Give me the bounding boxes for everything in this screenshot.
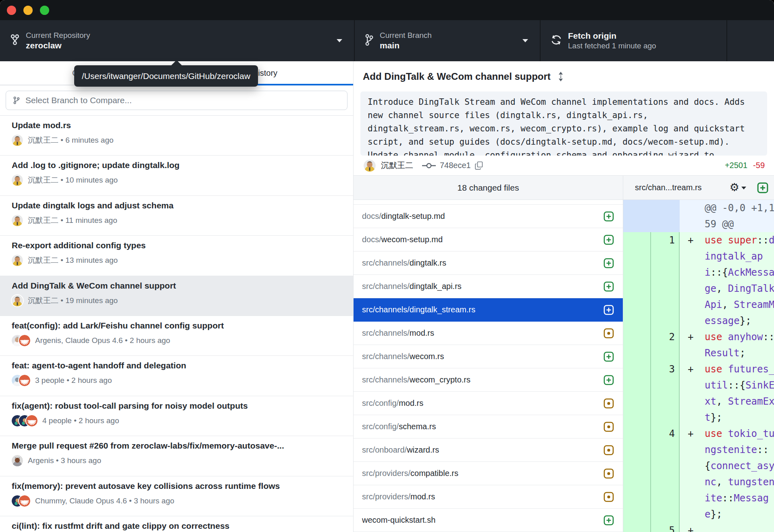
changed-file-row[interactable]: src/channels/dingtalk_api.rs xyxy=(354,275,623,298)
commit-item-byline: 沉默王二 • 10 minutes ago xyxy=(28,175,118,185)
scrolled-row-sliver xyxy=(354,200,623,205)
changed-file-row[interactable]: src/config/mod.rs xyxy=(354,392,623,415)
commit-list-item[interactable]: Re-export additional config types沉默王二 • … xyxy=(0,236,353,276)
commit-item-title: Update dingtalk logs and adjust schema xyxy=(12,200,347,210)
description-line: Update channel module, configuration sch… xyxy=(368,149,760,156)
avatar-wanger xyxy=(12,255,23,266)
avatar-claude xyxy=(19,335,30,346)
avatar-wanger xyxy=(12,215,23,226)
repository-path-tooltip: /Users/itwanger/Documents/GitHub/zerocla… xyxy=(74,65,258,87)
file-path: src/channels/dingtalk_stream.rs xyxy=(362,305,599,314)
file-path: src/config/mod.rs xyxy=(362,399,599,408)
file-status-added-icon xyxy=(603,211,614,222)
commit-item-avatars xyxy=(12,495,30,507)
commit-list-item[interactable]: Update mod.rs沉默王二 • 6 minutes ago xyxy=(0,116,353,156)
description-line: script, and setup guides (docs/dingtalk-… xyxy=(368,135,760,149)
description-line: dingtalk_stream.rs, wecom.rs, wecom_cryp… xyxy=(368,122,760,135)
close-button[interactable] xyxy=(7,6,16,15)
current-branch-button[interactable]: Current Branch main xyxy=(355,20,540,61)
changed-file-row[interactable]: src/channels/dingtalk_stream.rs xyxy=(354,298,623,322)
diff-hunk-row: 59 @@ xyxy=(623,216,774,232)
diff-added-row: Result; xyxy=(623,345,774,361)
commit-item-title: Update mod.rs xyxy=(12,120,347,130)
commit-list-item[interactable]: Add DingTalk & WeCom channel support沉默王二… xyxy=(0,276,353,316)
changed-file-row[interactable]: src/providers/compatible.rs xyxy=(354,462,623,485)
tooltip-text: /Users/itwanger/Documents/GitHub/zerocla… xyxy=(82,71,250,81)
diff-line-number: 1 xyxy=(651,232,680,248)
expand-diff-icon[interactable] xyxy=(757,182,768,193)
diff-added-row: 3+use futures_ xyxy=(623,361,774,377)
diff-line-number xyxy=(651,393,680,409)
commit-item-title: Add .log to .gitignore; update dingtalk.… xyxy=(12,160,347,170)
avatar-claude xyxy=(19,495,30,507)
commit-item-byline: Chummy, Claude Opus 4.6 • 3 hours ago xyxy=(35,497,174,505)
diff-body[interactable]: @@ -0,0 +1,1 59 @@1+use super::d ingtalk… xyxy=(623,200,774,532)
changed-file-row[interactable]: src/config/schema.rs xyxy=(354,415,623,438)
diff-line-number xyxy=(651,264,680,281)
gear-icon[interactable]: ⚙ xyxy=(730,182,739,193)
file-status-added-icon xyxy=(603,281,614,292)
file-status-modified-icon xyxy=(603,468,614,479)
diff-line-number: 2 xyxy=(651,329,680,345)
diff-added-row: util::{SinkE xyxy=(623,377,774,393)
copy-icon[interactable] xyxy=(475,161,483,170)
commit-list-item[interactable]: feat: agent-to-agent handoff and delegat… xyxy=(0,356,353,396)
current-repository-button[interactable]: Current Repository zeroclaw xyxy=(0,20,354,61)
commit-item-title: feat(config): add Lark/Feishu channel co… xyxy=(12,320,347,330)
refresh-icon xyxy=(550,32,563,50)
minimize-button[interactable] xyxy=(23,6,33,15)
commit-hash: 748ece1 xyxy=(440,161,471,170)
diff-options-caret-icon[interactable] xyxy=(741,184,747,191)
commit-item-avatars xyxy=(12,415,37,426)
diff-panel: src/chan...tream.rs ⚙ @@ -0,0 +1,1 xyxy=(623,176,774,532)
file-status-modified-icon xyxy=(603,328,614,339)
branch-dropdown-caret-icon xyxy=(522,37,528,44)
commit-list-item[interactable]: ci(lint): fix rustfmt drift and gate cli… xyxy=(0,516,353,532)
changed-file-row[interactable]: src/channels/dingtalk.rs xyxy=(354,251,623,275)
commit-list-item[interactable]: Merge pull request #260 from zeroclaw-la… xyxy=(0,436,353,476)
changed-file-row[interactable]: docs/wecom-setup.md xyxy=(354,228,623,251)
expand-summary-icon[interactable] xyxy=(556,71,565,82)
avatar-claude xyxy=(19,375,30,386)
file-status-modified-icon xyxy=(603,445,614,455)
commit-list-item[interactable]: feat(config): add Lark/Feishu channel co… xyxy=(0,316,353,356)
commit-list-item[interactable]: Update dingtalk logs and adjust schema沉默… xyxy=(0,196,353,236)
file-path: src/channels/mod.rs xyxy=(362,328,599,338)
diff-line-number xyxy=(651,200,680,216)
compare-branch-input[interactable]: Select Branch to Compare... xyxy=(6,91,347,110)
fetch-origin-button[interactable]: Fetch origin Last fetched 1 minute ago xyxy=(541,20,726,61)
diff-line-number xyxy=(651,409,680,426)
commit-list-item[interactable]: fix(agent): robust tool-call parsing for… xyxy=(0,396,353,436)
changed-file-row[interactable]: src/channels/wecom_crypto.rs xyxy=(354,368,623,392)
diff-added-row: {connect_asy xyxy=(623,458,774,474)
changed-file-row[interactable]: src/onboard/wizard.rs xyxy=(354,438,623,462)
commit-item-avatars xyxy=(12,175,23,186)
commit-item-avatars xyxy=(12,455,23,466)
github-desktop-window: Current Repository zeroclaw Current Bran… xyxy=(0,0,774,532)
diff-line-number xyxy=(651,442,680,458)
commit-item-title: ci(lint): fix rustfmt drift and gate cli… xyxy=(12,521,347,531)
description-line: new channel source files (dingtalk.rs, d… xyxy=(368,109,760,122)
zoom-button[interactable] xyxy=(40,6,49,15)
commit-item-byline: 4 people • 2 hours ago xyxy=(42,416,119,425)
commit-list-item[interactable]: fix(memory): prevent autosave key collis… xyxy=(0,476,353,516)
diff-line-number: 5 xyxy=(651,522,680,532)
changed-files-header[interactable]: 18 changed files xyxy=(354,176,623,200)
changed-file-row[interactable]: src/channels/wecom.rs xyxy=(354,345,623,368)
changed-file-row[interactable]: src/channels/mod.rs xyxy=(354,322,623,345)
changed-file-row[interactable]: wecom-quickstart.sh xyxy=(354,509,623,532)
commit-item-avatars xyxy=(12,215,23,226)
commit-item-title: feat: agent-to-agent handoff and delegat… xyxy=(12,360,347,370)
fetch-title: Fetch origin xyxy=(568,31,726,41)
diff-added-row: essage}; xyxy=(623,313,774,329)
changed-file-row[interactable]: src/providers/mod.rs xyxy=(354,485,623,509)
branch-small-icon xyxy=(12,96,21,105)
commit-item-title: fix(agent): robust tool-call parsing for… xyxy=(12,401,347,411)
commit-item-byline: 沉默王二 • 13 minutes ago xyxy=(28,255,118,266)
diff-line-number: 3 xyxy=(651,361,680,377)
commit-list-item[interactable]: Add .log to .gitignore; update dingtalk.… xyxy=(0,156,353,195)
avatar-wanger xyxy=(12,175,23,186)
diff-hunk-row: @@ -0,0 +1,1 xyxy=(623,200,774,216)
file-path: docs/wecom-setup.md xyxy=(362,235,599,244)
changed-file-row[interactable]: docs/dingtalk-setup.md xyxy=(354,205,623,228)
